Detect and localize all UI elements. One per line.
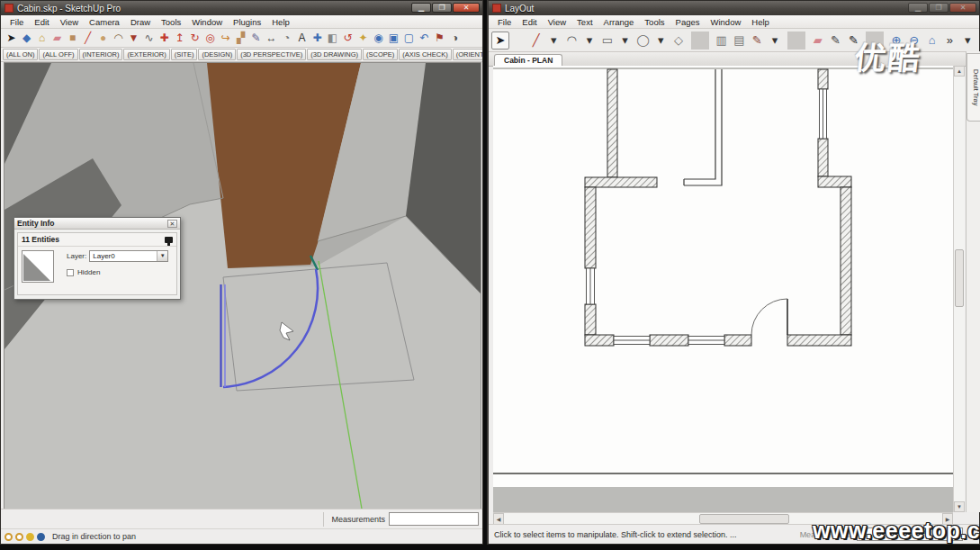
previous-view-tool-icon[interactable]: ↶ — [417, 31, 432, 46]
select-tool-icon[interactable]: ➤ — [4, 31, 19, 46]
model-credit-icon-1[interactable] — [4, 533, 13, 541]
walk-tool-icon[interactable]: ⚑ — [432, 31, 447, 46]
menu-item[interactable]: File — [4, 17, 29, 27]
eraser-tool-icon[interactable]: ▰ — [49, 31, 65, 46]
dropdown-arrow-icon[interactable]: ▾ — [616, 32, 634, 50]
select-tool-icon[interactable]: ➤ — [491, 32, 509, 50]
circle-tool-icon[interactable]: ● — [95, 31, 111, 46]
document-tab[interactable]: Cabin - PLAN — [494, 54, 562, 66]
offset-tool-icon[interactable]: ◎ — [202, 31, 218, 46]
maximize-button[interactable]: ❐ — [432, 3, 452, 13]
entity-info-titlebar[interactable]: Entity Info ✕ — [14, 218, 180, 230]
chevron-down-icon[interactable]: ▼ — [157, 251, 167, 261]
protractor-tool-icon[interactable]: ◔ — [279, 31, 294, 46]
line-tool-icon[interactable]: ╱ — [80, 31, 95, 46]
close-button[interactable]: ✕ — [949, 3, 976, 13]
close-button[interactable]: ✕ — [453, 3, 480, 13]
rectangle-tool-icon[interactable]: ▭ — [598, 32, 616, 50]
zoom-tool-icon[interactable]: ◉ — [371, 31, 386, 46]
vertical-scrollbar[interactable]: ▲ ▼ — [953, 66, 965, 512]
measurements-input[interactable] — [389, 512, 479, 526]
layer-visibility-button[interactable]: (ORIENT F — [453, 49, 482, 60]
toolbar-gap[interactable] — [509, 32, 527, 50]
toolbar-overflow-icon[interactable]: » — [941, 32, 959, 50]
dropdown-arrow-icon[interactable]: ▾ — [766, 32, 784, 50]
help-status-icon[interactable] — [37, 533, 45, 541]
split-tool-icon[interactable]: ▥ — [713, 32, 731, 50]
layer-visibility-button[interactable]: (3D DRAWING) — [307, 49, 362, 60]
model-credit-icon-3[interactable] — [26, 533, 34, 541]
layer-visibility-button[interactable]: (SITE) — [171, 49, 198, 60]
arc-tool-icon[interactable]: ◠ — [562, 32, 580, 50]
menu-item[interactable]: File — [492, 17, 517, 27]
menu-item[interactable]: Window — [186, 17, 228, 27]
dropdown-arrow-icon[interactable]: ▾ — [544, 32, 562, 50]
text-tool-icon[interactable]: A — [294, 31, 310, 46]
horizontal-scroll-thumb[interactable] — [699, 514, 789, 524]
ellipse-tool-icon[interactable]: ◯ — [634, 32, 652, 50]
menu-item[interactable]: Window — [705, 17, 746, 27]
section-plane-tool-icon[interactable]: ◧ — [325, 31, 340, 46]
hidden-checkbox[interactable] — [67, 269, 74, 276]
scroll-down-icon[interactable]: ▼ — [954, 501, 965, 512]
menu-item[interactable]: Tools — [156, 17, 186, 27]
menu-item[interactable]: Draw — [125, 17, 156, 27]
pan-tool-icon[interactable]: ✦ — [355, 31, 371, 46]
layer-visibility-button[interactable]: (ALL ON) — [3, 49, 38, 60]
menu-item[interactable]: Edit — [29, 17, 54, 27]
eraser-tool-icon[interactable]: ▰ — [809, 32, 827, 50]
menu-item[interactable]: Text — [571, 17, 598, 27]
look-around-tool-icon[interactable]: ◑ — [447, 31, 463, 46]
model-credit-icon-2[interactable] — [15, 533, 23, 541]
minimize-button[interactable]: ▁ — [908, 3, 928, 13]
tape-measure-tool-icon[interactable]: ✎ — [248, 31, 264, 46]
menu-item[interactable]: View — [543, 17, 571, 27]
rectangle-tool-icon[interactable]: ■ — [65, 31, 80, 46]
arc-tool-icon[interactable]: ◠ — [111, 31, 126, 46]
sketchup-titlebar[interactable]: Cabin.skp - SketchUp Pro ▁ ❐ ✕ — [1, 1, 482, 15]
axes-tool-icon[interactable]: ✚ — [310, 31, 325, 46]
move-tool-icon[interactable]: ✚ — [157, 31, 172, 46]
menu-item[interactable]: Edit — [517, 17, 542, 27]
layout-canvas[interactable] — [493, 66, 953, 512]
toolbar-separator[interactable] — [787, 32, 805, 50]
minimize-button[interactable]: ▁ — [411, 3, 431, 13]
line-tool-icon[interactable]: ╱ — [527, 32, 545, 50]
zoom-fit-icon[interactable]: ⌂ — [923, 32, 941, 50]
scale-tool-icon[interactable]: ▞ — [233, 31, 248, 46]
join-tool-icon[interactable]: ▤ — [731, 32, 749, 50]
dropdown-arrow-icon[interactable]: ▾ — [652, 32, 670, 50]
layer-visibility-button[interactable]: (AXIS CHECK) — [399, 49, 451, 60]
polygon-tool-icon[interactable]: ▼ — [126, 31, 141, 46]
layer-visibility-button[interactable]: (ALL OFF) — [39, 49, 77, 60]
menu-item[interactable]: Pages — [670, 17, 706, 27]
menu-item[interactable]: Plugins — [228, 17, 266, 27]
menu-item[interactable]: Tools — [639, 17, 670, 27]
freehand-tool-icon[interactable]: ∿ — [141, 31, 157, 46]
layer-visibility-button[interactable]: (INTERIOR) — [79, 49, 123, 60]
layer-select[interactable]: Layer0 ▼ — [89, 250, 168, 262]
layer-visibility-button[interactable]: (3D PERSPECTIVE) — [237, 49, 306, 60]
label-tool-icon[interactable]: ✎ — [748, 32, 766, 50]
layer-visibility-button[interactable]: (DESIGN) — [198, 49, 236, 60]
close-icon[interactable]: ✕ — [167, 220, 177, 228]
push-pull-tool-icon[interactable]: ↥ — [172, 31, 187, 46]
scroll-up-icon[interactable]: ▲ — [954, 66, 965, 77]
zoom-extents-tool-icon[interactable]: ▢ — [401, 31, 417, 46]
paint-bucket-tool-icon[interactable]: ⌂ — [34, 31, 49, 46]
zoom-window-tool-icon[interactable]: ▣ — [386, 31, 401, 46]
orbit-tool-icon[interactable]: ↺ — [340, 31, 355, 46]
menu-item[interactable]: View — [55, 17, 84, 27]
rotate-tool-icon[interactable]: ↻ — [187, 31, 202, 46]
vertical-scroll-thumb[interactable] — [955, 249, 964, 307]
maximize-button[interactable]: ❐ — [929, 3, 949, 13]
layout-titlebar[interactable]: LayOut ▁ ❐ ✕ — [489, 1, 979, 15]
follow-me-tool-icon[interactable]: ↪ — [218, 31, 233, 46]
menu-item[interactable]: Arrange — [598, 17, 640, 27]
dimension-tool-icon[interactable]: ↔ — [264, 31, 279, 46]
polygon-tool-icon[interactable]: ◇ — [670, 32, 688, 50]
menu-item[interactable]: Help — [266, 17, 295, 27]
menu-item[interactable]: Help — [746, 17, 775, 27]
layer-visibility-button[interactable]: (SCOPE) — [363, 49, 398, 60]
menu-item[interactable]: Camera — [84, 17, 125, 27]
